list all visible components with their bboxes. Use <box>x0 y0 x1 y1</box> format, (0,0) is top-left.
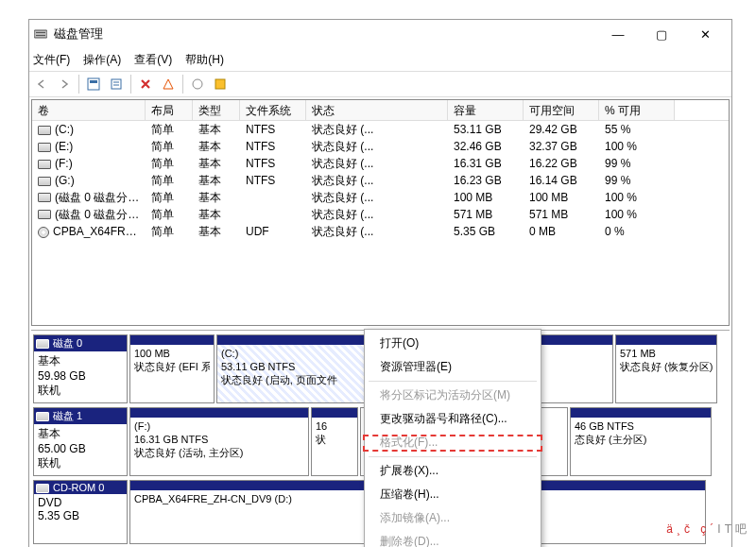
col-free[interactable]: 可用空间 <box>524 100 599 120</box>
partition-text: 16 <box>316 419 353 433</box>
volume-name: (G:) <box>55 174 75 187</box>
volume-fs: UDF <box>240 225 306 238</box>
volume-capacity: 16.23 GB <box>448 174 524 187</box>
col-pct[interactable]: % 可用 <box>599 100 675 120</box>
table-row[interactable]: CPBA_X64FRE_Z...简单基本UDF状态良好 (...5.35 GB0… <box>32 223 729 240</box>
table-row[interactable]: (G:)简单基本NTFS状态良好 (...16.23 GB16.14 GB99 … <box>32 172 729 189</box>
menu-action[interactable]: 操作(A) <box>83 52 121 68</box>
svg-rect-3 <box>88 78 99 90</box>
volume-capacity: 16.31 GB <box>448 157 524 170</box>
list-button[interactable] <box>210 74 231 94</box>
partition[interactable]: 16状 <box>311 407 358 476</box>
menu-view[interactable]: 查看(V) <box>134 52 172 68</box>
disk-label[interactable]: 磁盘 0基本59.98 GB联机 <box>33 334 128 403</box>
table-row[interactable]: (C:)简单基本NTFS状态良好 (...53.11 GB29.42 GB55 … <box>32 121 729 138</box>
menu-item: 格式化(F)... <box>365 431 541 454</box>
volume-name: (C:) <box>55 123 74 136</box>
menu-item[interactable]: 打开(O) <box>365 332 541 355</box>
titlebar[interactable]: 磁盘管理 — ▢ ✕ <box>29 20 731 48</box>
menu-item[interactable]: 资源管理器(E) <box>365 355 541 379</box>
partition-text: 状态良好 (EFI 系 <box>134 360 210 373</box>
volume-type: 基本 <box>193 173 240 189</box>
col-capacity[interactable]: 容量 <box>448 100 524 120</box>
volume-name: (磁盘 0 磁盘分区 1) <box>55 191 146 204</box>
drive-icon <box>38 126 51 135</box>
disk-size: 65.00 GB <box>38 442 123 455</box>
properties-button[interactable] <box>106 74 127 94</box>
drive-icon <box>38 210 51 219</box>
volume-free: 0 MB <box>524 225 599 238</box>
toolbar-separator <box>130 75 131 94</box>
partition-text: (F:) <box>134 419 304 433</box>
partition-bar <box>130 408 308 418</box>
partition-text: 状态良好 (活动, 主分区) <box>134 446 304 459</box>
partition-text: 46 GB NTFS <box>575 419 707 433</box>
partition[interactable]: (F:)16.31 GB NTFS状态良好 (活动, 主分区) <box>129 407 309 476</box>
disk-label[interactable]: CD-ROM 0DVD5.35 GB <box>33 480 128 544</box>
volume-layout: 简单 <box>146 156 193 172</box>
volume-free: 32.37 GB <box>524 140 599 153</box>
volume-type: 基本 <box>193 224 240 240</box>
refresh-button[interactable] <box>83 74 104 94</box>
volume-type: 基本 <box>193 207 240 223</box>
table-row[interactable]: (磁盘 0 磁盘分区 1)简单基本状态良好 (...100 MB100 MB10… <box>32 189 729 206</box>
col-type[interactable]: 类型 <box>193 100 240 120</box>
menu-item[interactable]: 扩展卷(X)... <box>365 459 541 483</box>
back-button[interactable] <box>31 74 52 94</box>
volume-pct: 100 % <box>599 140 675 153</box>
minimize-button[interactable]: — <box>601 23 635 45</box>
volume-name: CPBA_X64FRE_Z... <box>53 225 146 238</box>
disk-size: 59.98 GB <box>38 369 123 383</box>
partition[interactable]: 571 MB状态良好 (恢复分区) <box>615 334 717 403</box>
menu-item[interactable]: 压缩卷(H)... <box>365 483 541 506</box>
disk-label[interactable]: 磁盘 1基本65.00 GB联机 <box>33 407 128 476</box>
volume-pct: 100 % <box>599 191 675 204</box>
volume-fs: NTFS <box>240 174 306 187</box>
close-button[interactable]: ✕ <box>688 23 722 45</box>
volume-layout: 简单 <box>146 173 193 189</box>
disk-header: 磁盘 1 <box>34 408 127 424</box>
delete-button[interactable] <box>135 74 156 94</box>
disk-size: 5.35 GB <box>38 509 123 522</box>
volume-free: 571 MB <box>524 208 599 221</box>
disk-type: 基本 <box>38 426 123 442</box>
partition-text: 态良好 (主分区) <box>575 433 707 446</box>
table-header: 卷 布局 类型 文件系统 状态 容量 可用空间 % 可用 <box>32 100 729 121</box>
menu-help[interactable]: 帮助(H) <box>185 52 224 68</box>
window-title: 磁盘管理 <box>54 26 601 43</box>
table-row[interactable]: (F:)简单基本NTFS状态良好 (...16.31 GB16.22 GB99 … <box>32 155 729 172</box>
volume-fs: NTFS <box>240 140 306 153</box>
col-volume[interactable]: 卷 <box>32 100 146 120</box>
col-fs[interactable]: 文件系统 <box>240 100 306 120</box>
volume-status: 状态良好 (... <box>306 190 448 206</box>
maximize-button[interactable]: ▢ <box>644 23 679 45</box>
volume-name: (磁盘 0 磁盘分区 4) <box>55 208 146 221</box>
col-status[interactable]: 状态 <box>306 100 448 120</box>
menu-file[interactable]: 文件(F) <box>33 52 70 68</box>
volume-layout: 简单 <box>146 224 193 240</box>
volume-name: (F:) <box>55 157 73 170</box>
svg-rect-0 <box>34 30 47 38</box>
table-row[interactable]: (磁盘 0 磁盘分区 4)简单基本状态良好 (...571 MB571 MB10… <box>32 206 729 223</box>
svg-rect-1 <box>36 32 45 33</box>
volume-pct: 100 % <box>599 208 675 221</box>
action-button[interactable] <box>158 74 179 94</box>
disk-header: 磁盘 0 <box>34 335 127 351</box>
forward-button[interactable] <box>54 74 75 94</box>
settings-button[interactable] <box>187 74 208 94</box>
volume-layout: 简单 <box>146 139 193 155</box>
volume-type: 基本 <box>193 139 240 155</box>
table-row[interactable]: (E:)简单基本NTFS状态良好 (...32.46 GB32.37 GB100… <box>32 138 729 155</box>
partition-bar <box>616 335 716 345</box>
col-layout[interactable]: 布局 <box>146 100 193 120</box>
toolbar-separator <box>182 75 183 94</box>
menu-item[interactable]: 更改驱动器号和路径(C)... <box>365 407 541 431</box>
partition[interactable]: 100 MB状态良好 (EFI 系 <box>129 334 215 403</box>
volume-capacity: 5.35 GB <box>448 225 524 238</box>
partition-text: 状态良好 (恢复分区) <box>620 360 713 373</box>
partition[interactable]: 46 GB NTFS态良好 (主分区) <box>570 407 712 476</box>
drive-icon <box>38 177 51 186</box>
toolbar-separator <box>78 75 79 94</box>
disk-type: DVD <box>38 496 123 509</box>
volume-fs: NTFS <box>240 123 306 136</box>
